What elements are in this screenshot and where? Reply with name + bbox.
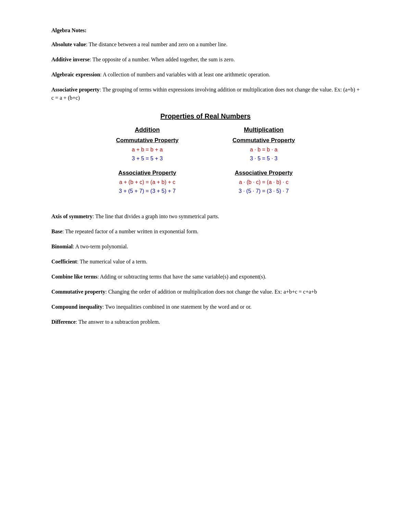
term-combine-like-terms: Combine like terms: Adding or subtractin… bbox=[51, 274, 266, 280]
commutative-addition-name: Commutative Property bbox=[89, 137, 206, 144]
associative-multiplication-formula1: a · (b · c) = (a · b) · c bbox=[206, 178, 322, 187]
associative-addition-formula1: a + (b + c) = (a + b) + c bbox=[89, 178, 206, 187]
term-associative-property: Associative property: The grouping of te… bbox=[51, 87, 360, 101]
definition-combine-like-terms: Combine like terms: Adding or subtractin… bbox=[51, 273, 360, 281]
associative-addition-name: Associative Property bbox=[89, 170, 206, 176]
definition-associative-property: Associative property: The grouping of te… bbox=[51, 86, 360, 102]
term-additive-inverse: Additive inverse: The opposite of a numb… bbox=[51, 57, 235, 62]
multiplication-header: Multiplication bbox=[206, 126, 322, 137]
properties-table: Properties of Real Numbers Addition Mult… bbox=[51, 112, 360, 202]
addition-header: Addition bbox=[89, 126, 206, 137]
associative-multiplication: Associative Property a · (b · c) = (a · … bbox=[206, 170, 322, 195]
commutative-multiplication-formula1: a · b = b · a bbox=[206, 145, 322, 154]
term-axis-symmetry: Axis of symmetry: The line that divides … bbox=[51, 213, 219, 219]
definition-binomial: Binomial: A two-term polynomial. bbox=[51, 243, 360, 251]
associative-multiplication-name: Associative Property bbox=[206, 170, 322, 176]
definition-commutative-property: Commutative property: Changing the order… bbox=[51, 288, 360, 296]
commutative-multiplication-formula2: 3 · 5 = 5 · 3 bbox=[206, 154, 322, 163]
term-binomial: Binomial: A two-term polynomial. bbox=[51, 244, 128, 249]
page-content: Algebra Notes: Absolute value: The dista… bbox=[51, 27, 360, 326]
commutative-addition-formula2: 3 + 5 = 5 + 3 bbox=[89, 154, 206, 163]
term-base: Base: The repeated factor of a number wr… bbox=[51, 228, 198, 234]
commutative-multiplication: Commutative Property a · b = b · a 3 · 5… bbox=[206, 137, 322, 163]
definition-base: Base: The repeated factor of a number wr… bbox=[51, 227, 360, 236]
page-title: Algebra Notes: bbox=[51, 27, 360, 34]
term-absolute-value: Absolute value: The distance between a r… bbox=[51, 41, 227, 47]
commutative-addition-formula1: a + b = b + a bbox=[89, 145, 206, 154]
definition-axis-symmetry: Axis of symmetry: The line that divides … bbox=[51, 212, 360, 221]
properties-title: Properties of Real Numbers bbox=[51, 112, 360, 120]
term-algebraic-expression: Algebraic expression: A collection of nu… bbox=[51, 72, 270, 77]
term-commutative-property: Commutative property: Changing the order… bbox=[51, 289, 317, 295]
definition-additive-inverse: Additive inverse: The opposite of a numb… bbox=[51, 55, 360, 64]
associative-addition: Associative Property a + (b + c) = (a + … bbox=[89, 170, 206, 195]
definition-absolute-value: Absolute value: The distance between a r… bbox=[51, 40, 360, 49]
properties-grid: Addition Multiplication Commutative Prop… bbox=[89, 126, 322, 202]
definition-difference: Difference: The answer to a subtraction … bbox=[51, 318, 360, 326]
associative-multiplication-formula2: 3 · (5 · 7) = (3 · 5) · 7 bbox=[206, 187, 322, 196]
definition-algebraic-expression: Algebraic expression: A collection of nu… bbox=[51, 71, 360, 79]
definition-coefficient: Coefficient: The numerical value of a te… bbox=[51, 258, 360, 266]
term-difference: Difference: The answer to a subtraction … bbox=[51, 319, 160, 325]
commutative-multiplication-name: Commutative Property bbox=[206, 137, 322, 144]
term-coefficient: Coefficient: The numerical value of a te… bbox=[51, 259, 147, 264]
associative-addition-formula2: 3 + (5 + 7) = (3 + 5) + 7 bbox=[89, 187, 206, 196]
term-compound-inequality: Compound inequality: Two inequalities co… bbox=[51, 304, 251, 310]
commutative-addition: Commutative Property a + b = b + a 3 + 5… bbox=[89, 137, 206, 163]
definition-compound-inequality: Compound inequality: Two inequalities co… bbox=[51, 303, 360, 311]
